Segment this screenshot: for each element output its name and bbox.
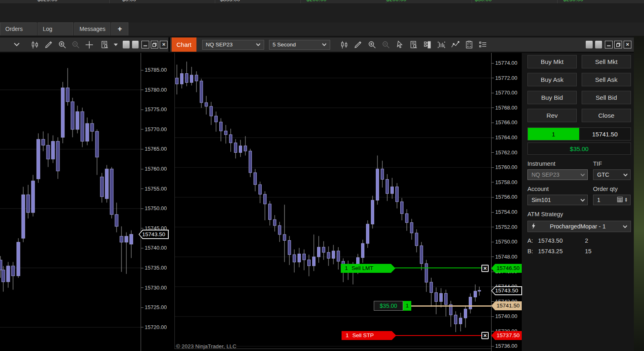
window-tile-button[interactable] <box>595 41 602 48</box>
position-row: 1 15741.50 <box>527 127 631 140</box>
axis-tick <box>141 208 143 209</box>
axis-tick <box>492 93 494 93</box>
window-background <box>0 3 644 22</box>
maximize-icon[interactable] <box>151 41 159 48</box>
axis-tick <box>141 287 143 288</box>
position-entry-price: 15741.50 <box>579 128 631 140</box>
instrument-select-value: NQ SEP23 <box>532 171 559 178</box>
bid-price: 15743.25 <box>538 248 585 254</box>
position-qty-box[interactable]: 1 <box>403 301 411 311</box>
left-chart-toolbar: ✕ <box>0 37 169 52</box>
chevron-down-icon[interactable] <box>11 39 22 50</box>
cursor-icon[interactable] <box>395 39 405 50</box>
candlestick-style-icon[interactable] <box>30 39 40 50</box>
sell-limit-label[interactable]: 1Sell LMT <box>341 264 395 273</box>
axis-tick <box>141 129 143 129</box>
instrument-label: Instrument <box>527 160 588 167</box>
chart-trader-icon[interactable] <box>422 39 433 50</box>
tab-messages[interactable]: Messages <box>74 22 110 35</box>
axis-tick-label: 15774.00 <box>495 60 517 66</box>
interval-selector[interactable]: 5 Second <box>269 40 330 50</box>
tab-orders[interactable]: Orders <box>0 22 37 35</box>
axis-tick-label: 15758.00 <box>495 179 517 185</box>
close-icon[interactable]: ✕ <box>624 41 631 48</box>
axis-tick <box>492 242 494 242</box>
cancel-order-icon[interactable]: ✕ <box>481 265 489 272</box>
cancel-order-icon[interactable]: ✕ <box>481 332 489 339</box>
left-chart-window: 15785.0015780.0015775.0015770.0015765.00… <box>0 53 169 351</box>
sell-ask-button[interactable]: Sell Ask <box>582 73 631 86</box>
buy-mkt-button[interactable]: Buy Mkt <box>527 55 577 68</box>
zoom-in-icon[interactable] <box>367 39 377 50</box>
axis-tick-label: 15750.00 <box>495 239 517 245</box>
axis-tick-label: 15785.00 <box>145 67 167 73</box>
strategies-icon[interactable] <box>464 39 474 50</box>
step-down-icon[interactable]: ▼ <box>624 200 628 202</box>
close-icon[interactable]: ✕ <box>160 41 168 48</box>
tab-log[interactable]: Log <box>37 22 73 35</box>
axis-tick <box>141 169 143 169</box>
axis-tick <box>141 189 143 189</box>
close-button[interactable]: Close <box>582 109 631 122</box>
calculator-icon[interactable] <box>617 197 623 204</box>
sell-mkt-button[interactable]: Sell Mkt <box>582 55 631 68</box>
data-series-icon[interactable] <box>408 39 419 50</box>
left-chart-plot[interactable] <box>0 53 141 351</box>
axis-tick <box>492 272 494 272</box>
drawing-tools-icon[interactable] <box>353 39 364 50</box>
sell-stop-label[interactable]: 1Sell STP <box>342 331 396 340</box>
axis-tick <box>141 70 143 70</box>
crosshair-icon[interactable] <box>84 39 95 50</box>
order-buttons: Buy Mkt Sell Mkt Buy Ask Sell Ask Buy Bi… <box>527 55 631 122</box>
order-qty-input[interactable]: 1 ▲▼ <box>593 195 631 205</box>
axis-tick-label: 15764.00 <box>495 134 517 140</box>
trendline-icon[interactable] <box>450 39 461 50</box>
account-select[interactable]: Sim101 <box>527 195 588 205</box>
window-tile-button[interactable] <box>132 41 139 48</box>
sell-limit-price-tag: 15746.50 <box>491 264 522 273</box>
candlestick-style-icon[interactable] <box>339 39 350 50</box>
chart-window-tab[interactable]: Chart <box>172 37 196 52</box>
sell-bid-button[interactable]: Sell Bid <box>582 91 631 104</box>
indicators-icon[interactable] <box>436 39 447 50</box>
sell-limit-line[interactable] <box>393 268 482 268</box>
qty-stepper[interactable]: ▲▼ <box>624 197 628 202</box>
properties-icon[interactable] <box>478 39 488 50</box>
account-value: $250.00 <box>563 0 583 2</box>
axis-tick-label: 15760.00 <box>495 164 517 170</box>
data-series-icon[interactable] <box>99 39 110 50</box>
sell-stop-line[interactable] <box>394 335 482 336</box>
axis-tick-label: 15754.00 <box>495 209 517 215</box>
position-pnl-box[interactable]: $35.00 <box>374 301 403 311</box>
window-tile-button[interactable] <box>586 41 593 48</box>
tif-select[interactable]: GTC <box>593 169 631 180</box>
zoom-in-icon[interactable] <box>57 39 67 50</box>
minimize-icon[interactable] <box>605 41 613 48</box>
instrument-selector[interactable]: NQ SEP23 <box>202 40 264 50</box>
maximize-icon[interactable] <box>614 41 622 48</box>
window-tile-button[interactable] <box>123 41 130 48</box>
axis-tick-label: 15740.00 <box>145 245 167 251</box>
buy-bid-button[interactable]: Buy Bid <box>527 91 577 104</box>
left-chart-price-axis[interactable]: 15785.0015780.0015775.0015770.0015765.00… <box>141 53 170 351</box>
axis-tick <box>492 78 494 78</box>
add-tab-button[interactable]: + <box>111 22 128 35</box>
axis-tick-label: 15755.00 <box>145 186 167 192</box>
drawing-tools-icon[interactable] <box>44 39 54 50</box>
divider <box>300 0 301 3</box>
chevron-down-icon <box>580 173 585 176</box>
position-line[interactable] <box>411 305 491 307</box>
account-value: $835.00 <box>220 0 240 2</box>
axis-tick <box>141 149 143 149</box>
buy-ask-button[interactable]: Buy Ask <box>527 73 577 86</box>
axis-tick-label: 15765.00 <box>145 146 167 152</box>
position-qty: 1 <box>528 128 579 140</box>
axis-tick <box>492 167 494 168</box>
axis-tick <box>492 182 494 182</box>
minimize-icon[interactable] <box>141 41 149 48</box>
dropdown-caret-icon[interactable] <box>113 39 119 50</box>
axis-tick-label: 15748.00 <box>495 254 517 260</box>
lightning-icon <box>531 223 536 230</box>
reverse-button[interactable]: Rev <box>527 109 577 122</box>
atm-strategy-select[interactable]: ProchargedMopar - 1 <box>527 221 631 232</box>
